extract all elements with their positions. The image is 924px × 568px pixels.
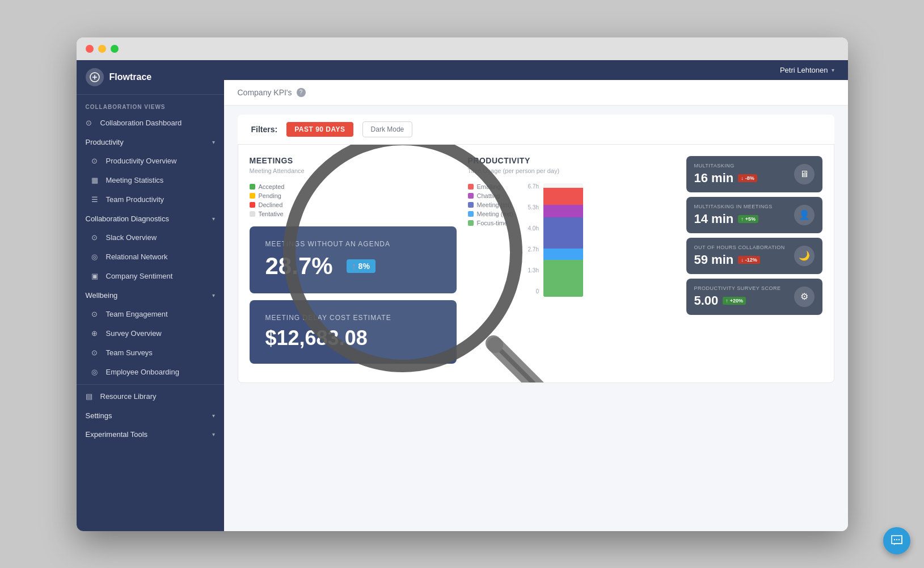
titlebar bbox=[77, 37, 848, 60]
company-sentiment-icon: ▣ bbox=[91, 272, 100, 281]
sidebar-item-label: Employee Onboarding bbox=[106, 368, 179, 376]
content-header: Company KPI's ? bbox=[224, 80, 848, 106]
legend-emailing: Emailing bbox=[468, 183, 519, 190]
trend-down-icon: ↓ bbox=[741, 175, 744, 181]
sidebar-item-meeting-statistics[interactable]: ▦ Meeting Statistics bbox=[82, 171, 224, 190]
legend-pending: Pending bbox=[250, 192, 457, 199]
kpi-multitasking-meetings-value: 14 min bbox=[694, 212, 734, 226]
page-title: Company KPI's bbox=[238, 88, 292, 97]
sidebar-item-collab-dashboard[interactable]: ⊙ Collaboration Dashboard bbox=[77, 113, 224, 133]
trend-up-icon: ↑ bbox=[352, 262, 356, 271]
collab-dashboard-icon: ⊙ bbox=[86, 119, 95, 128]
close-button[interactable] bbox=[86, 45, 94, 53]
survey-overview-icon: ⊕ bbox=[91, 329, 100, 338]
bar-emailing bbox=[543, 188, 583, 205]
filter-past-90-button[interactable]: PAST 90 DAYS bbox=[286, 122, 353, 137]
collab-diagnostics-sub-items: ⊙ Slack Overview ◎ Relational Network ▣ … bbox=[77, 228, 224, 286]
settings-label: Settings bbox=[86, 411, 112, 420]
wellbeing-label: Wellbeing bbox=[86, 291, 118, 300]
bar-chatting bbox=[543, 205, 583, 217]
sidebar-item-relational-network[interactable]: ◎ Relational Network bbox=[82, 247, 224, 267]
app-name: Flowtrace bbox=[109, 72, 152, 82]
sidebar-group-wellbeing[interactable]: Wellbeing ▾ bbox=[77, 286, 224, 305]
legend-tentative: Tentative bbox=[250, 211, 457, 217]
sidebar-item-company-sentiment[interactable]: ▣ Company Sentiment bbox=[82, 267, 224, 286]
kpi-cards-column: MULTITASKING 16 min ↓ -8% bbox=[686, 156, 822, 371]
sidebar-item-label: Survey Overview bbox=[106, 329, 162, 338]
legend-tentative-label: Tentative bbox=[259, 211, 284, 217]
meetings-column: MEETINGS Meeting Attendance Accepted bbox=[250, 156, 457, 371]
meeting-statistics-icon: ▦ bbox=[91, 176, 100, 185]
collab-views-label: COLLABORATION VIEWS bbox=[77, 95, 224, 113]
sidebar-item-label: Slack Overview bbox=[106, 233, 157, 242]
sidebar-item-label: Team Engagement bbox=[106, 310, 168, 318]
productivity-title: PRODUCTIVITY bbox=[468, 156, 675, 165]
sidebar-item-team-surveys[interactable]: ⊙ Team Surveys bbox=[82, 343, 224, 363]
kpi-out-of-hours-value: 59 min bbox=[694, 253, 734, 267]
y-axis-4: 4.0h bbox=[528, 225, 539, 232]
help-icon[interactable]: ? bbox=[297, 88, 306, 97]
y-axis-3: 2.7h bbox=[528, 246, 539, 253]
legend-declined-dot bbox=[250, 202, 255, 208]
delay-card: MEETING DELAY COST ESTIMATE $12,683.08 bbox=[250, 300, 457, 364]
user-info: Petri Lehtonen ▾ bbox=[780, 66, 834, 74]
sidebar-item-employee-onboarding[interactable]: ◎ Employee Onboarding bbox=[82, 363, 224, 382]
sidebar-item-resource-library[interactable]: ▤ Resource Library bbox=[77, 387, 224, 406]
kpi-card-multitasking: MULTITASKING 16 min ↓ -8% bbox=[686, 156, 822, 192]
legend-meeting-int: Meeting (int) bbox=[468, 201, 519, 208]
slack-overview-icon: ⊙ bbox=[91, 233, 100, 242]
kpi-productivity-survey-label: PRODUCTIVITY SURVEY SCORE bbox=[694, 285, 781, 291]
filter-dark-mode-button[interactable]: Dark Mode bbox=[362, 121, 413, 137]
sidebar-group-collab-diagnostics[interactable]: Collaboration Diagnostics ▾ bbox=[77, 209, 224, 228]
sidebar-item-slack-overview[interactable]: ⊙ Slack Overview bbox=[82, 228, 224, 247]
legend-focus-time-dot bbox=[468, 220, 474, 226]
kpi-out-of-hours-badge: ↓ -12% bbox=[738, 256, 760, 264]
content-area: Company KPI's ? Filters: PAST 90 DAYS Da… bbox=[224, 80, 848, 531]
team-surveys-icon: ⊙ bbox=[91, 348, 100, 357]
sidebar-item-productivity-overview[interactable]: ⊙ Productivity Overview bbox=[82, 152, 224, 171]
collab-diagnostics-label: Collaboration Diagnostics bbox=[86, 214, 169, 223]
sidebar-group-experimental[interactable]: Experimental Tools ▾ bbox=[77, 425, 224, 444]
sidebar: Flowtrace COLLABORATION VIEWS ⊙ Collabor… bbox=[77, 60, 224, 531]
minimize-button[interactable] bbox=[98, 45, 106, 53]
relational-network-icon: ◎ bbox=[91, 253, 100, 262]
kpi-multitasking-label: MULTITASKING bbox=[694, 163, 757, 169]
experimental-label: Experimental Tools bbox=[86, 430, 148, 439]
agenda-card: MEETINGS WITHOUT AN AGENDA 28.7% ↑ 8% bbox=[250, 226, 457, 293]
legend-accepted-label: Accepted bbox=[259, 183, 285, 190]
sidebar-item-label: Productivity Overview bbox=[106, 157, 177, 165]
top-header: Petri Lehtonen ▾ bbox=[224, 60, 848, 80]
legend-chatting-dot bbox=[468, 193, 474, 199]
agenda-card-label: MEETINGS WITHOUT AN AGENDA bbox=[265, 240, 441, 248]
chevron-right-icon: ▾ bbox=[212, 413, 215, 419]
legend-chatting: Chatting bbox=[468, 192, 519, 199]
team-engagement-icon: ⊙ bbox=[91, 310, 100, 319]
sidebar-group-settings[interactable]: Settings ▾ bbox=[77, 406, 224, 425]
productivity-subtitle: Time Usage (per person per day) bbox=[468, 167, 675, 174]
bar-meeting-ext bbox=[543, 249, 583, 260]
chat-button[interactable] bbox=[883, 527, 910, 554]
maximize-button[interactable] bbox=[111, 45, 119, 53]
sidebar-item-team-engagement[interactable]: ⊙ Team Engagement bbox=[82, 305, 224, 324]
agenda-trend-badge: ↑ 8% bbox=[347, 259, 375, 273]
trend-down-icon: ↓ bbox=[741, 257, 744, 263]
sidebar-group-productivity[interactable]: Productivity ▾ bbox=[77, 133, 224, 152]
kpi-card-out-of-hours: OUT OF HOURS COLLABORATION 59 min ↓ -12% bbox=[686, 238, 822, 274]
chevron-down-icon: ▾ bbox=[212, 139, 215, 145]
sidebar-item-label: Team Surveys bbox=[106, 348, 153, 357]
team-productivity-icon: ☰ bbox=[91, 195, 100, 204]
legend-focus-time: Focus-time bbox=[468, 220, 519, 226]
chevron-down-icon: ▾ bbox=[212, 292, 215, 298]
user-dropdown-icon[interactable]: ▾ bbox=[832, 67, 834, 73]
sidebar-item-team-productivity[interactable]: ☰ Team Productivity bbox=[82, 190, 224, 209]
dashboard-panel: MEETINGS Meeting Attendance Accepted bbox=[238, 145, 834, 383]
trend-text: -8% bbox=[745, 175, 754, 181]
app-logo bbox=[86, 68, 104, 86]
sidebar-item-survey-overview[interactable]: ⊕ Survey Overview bbox=[82, 324, 224, 343]
legend-meeting-ext-label: Meeting (ext) bbox=[477, 211, 513, 217]
chevron-right-icon: ▾ bbox=[212, 431, 215, 437]
legend-meeting-int-label: Meeting (int) bbox=[477, 201, 512, 208]
svg-point-8 bbox=[896, 539, 897, 540]
legend-meeting-ext: Meeting (ext) bbox=[468, 211, 519, 217]
meetings-title: MEETINGS bbox=[250, 156, 457, 165]
